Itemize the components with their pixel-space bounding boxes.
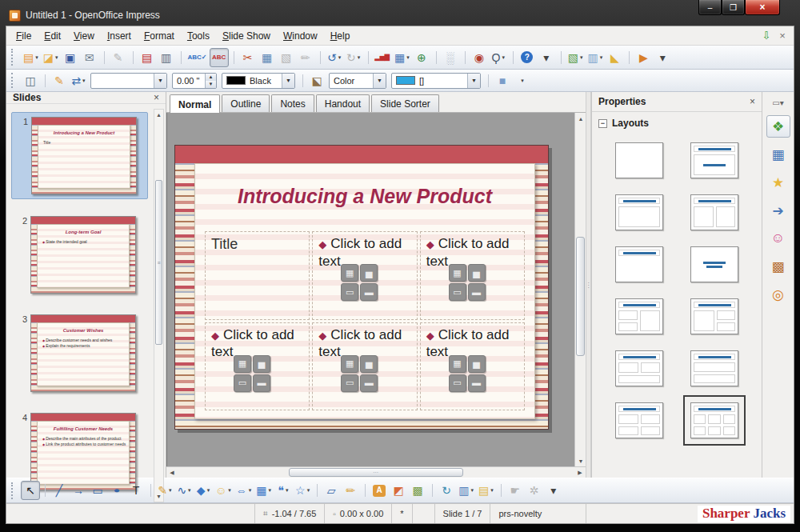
arrange-icon[interactable]: ▤▾ [476,481,496,500]
block-arrows-icon[interactable]: ⇔▾ [234,481,254,500]
shadow-icon[interactable]: ■ [493,71,512,90]
slide-thumbnail-3[interactable]: 3 Customer Wishes Describe customer need… [11,310,148,396]
table-icon[interactable]: ▦▾ [392,48,412,67]
rotate-icon[interactable]: ↻▾ [437,481,456,500]
content-placeholder[interactable]: ◆Click to add text ▦▅▭▬ [312,231,417,320]
from-file-icon[interactable]: ◩▾ [389,481,408,500]
properties-panel-close-icon[interactable]: × [750,96,755,107]
new-slide-icon[interactable]: ▧▾ [566,48,586,67]
line-toolbar-overflow-icon[interactable]: ▾ [512,71,531,90]
format-paintbrush-icon[interactable]: ✏▾ [296,48,315,67]
slide-number-indicator[interactable]: Slide 1 / 7 [434,504,490,523]
save-icon[interactable]: ▣▾ [61,48,80,67]
auto-spellcheck-icon[interactable]: ABC▾ [210,48,229,67]
line-color-select[interactable]: Black▼ [222,73,295,89]
draw-overflow-icon[interactable]: ▾▾ [544,481,563,500]
layout-2-content-and-content[interactable] [608,291,670,342]
gallery-icon[interactable]: ▩▾ [408,481,427,500]
rectangle-icon[interactable]: ▭▾ [88,481,107,500]
tab-notes[interactable]: Notes [271,94,314,112]
insert-object-icons[interactable]: ▦▅▭▬ [341,355,378,392]
content-placeholder[interactable]: ◆Click to add text ▦▅▭▬ [420,231,525,320]
help-icon[interactable]: ?▾ [518,48,537,67]
gallery-tab[interactable]: ▩ [766,255,790,278]
menu-file[interactable]: File [10,28,38,44]
connector-icon[interactable]: ∿▾ [174,481,194,500]
layout-title-slide[interactable] [683,135,746,186]
content-placeholder[interactable]: ◆Click to add text ▦▅▭▬ [312,322,417,411]
menu-window[interactable]: Window [277,28,324,44]
insert-object-icons[interactable]: ▦▅▭▬ [449,355,486,392]
panel-splitter[interactable]: ⋮ [586,92,591,478]
title-bar[interactable]: Untitled 1 - OpenOffice Impress – ❐ × [6,5,794,26]
menu-tools[interactable]: Tools [181,28,216,44]
fill-type-select[interactable]: Color▼ [329,73,386,89]
toolbar-overflow-icon[interactable]: ▾▾ [537,48,556,67]
slide-transition-tab[interactable]: ➔ [766,199,790,222]
insert-object-icons[interactable]: ▦▅▭▬ [449,264,486,301]
flowchart-icon[interactable]: ▦▾ [254,481,274,500]
slide-layout-icon[interactable]: ▥▾ [586,48,606,67]
arrow-style-icon[interactable]: ⇄▾ [69,71,88,90]
menu-help[interactable]: Help [324,28,357,44]
layout-title-only[interactable] [608,239,670,290]
layout-title-2-content[interactable] [683,187,746,238]
maximize-button[interactable]: ❐ [722,0,745,15]
paste-icon[interactable]: ▧▾ [277,48,296,67]
vertical-scrollbar[interactable]: ▲ ▼ [574,113,586,466]
layout-4-content[interactable] [608,395,670,446]
slide-editing-area[interactable]: Introducing a New Product Title ◆Click t… [174,145,549,430]
master-pages-tab[interactable]: ▦ [766,143,790,166]
fill-color-select[interactable]: []▼ [391,73,481,89]
outline-placeholder[interactable]: Title [205,231,310,320]
line-width-input[interactable]: 0.00 "▲▼ [172,73,217,89]
display-grid-icon[interactable]: ░▾ [441,48,460,67]
slides-panel-scrollbar[interactable]: ▲ ≡ ▼ [154,109,164,502]
menu-insert[interactable]: Insert [101,28,138,44]
toolbar-grip[interactable] [11,73,17,88]
menu-edit[interactable]: Edit [38,28,67,44]
slides-panel-close-icon[interactable]: × [154,92,159,103]
layout-content-over-content[interactable] [683,343,746,394]
menu-view[interactable]: View [67,28,101,44]
slide-thumbnail-1[interactable]: 1 Introducing a New Product Title [11,112,148,199]
layout-centered-text[interactable] [683,239,746,290]
arrow-icon[interactable]: →▾ [69,481,88,500]
email-icon[interactable]: ✉▾ [80,48,99,67]
slide-show-icon[interactable]: ▶▾ [634,48,653,67]
glue-points-icon[interactable]: ✏▾ [341,481,360,500]
interaction-icon[interactable]: ☛▾ [506,481,525,500]
styles-tab[interactable]: ☺ [766,227,790,250]
line-pen-icon[interactable]: ✎ [50,71,69,90]
spellcheck-icon[interactable]: ABC✓▾ [186,48,210,67]
custom-animation-tab[interactable]: ★ [766,171,790,194]
layout-blank[interactable] [608,135,670,186]
minimize-button[interactable]: – [698,0,722,15]
close-document-icon[interactable]: × [774,30,790,42]
copy-icon[interactable]: ▦▾ [258,48,277,67]
layout-2-content-over-content[interactable] [608,343,670,394]
tab-handout[interactable]: Handout [316,94,370,112]
select-icon[interactable]: ↖▾ [21,481,40,500]
callouts-icon[interactable]: ❝▾ [274,481,293,500]
print-icon[interactable]: ▥▾ [157,48,176,67]
slide-template-name[interactable]: prs-novelty [490,504,586,523]
slide-canvas[interactable]: Introducing a New Product Title ◆Click t… [166,113,574,466]
presentation-overflow-icon[interactable]: ▾▾ [653,48,672,67]
line-style-select[interactable]: ▼ [90,73,167,89]
tab-outline[interactable]: Outline [222,94,270,112]
hyperlink-icon[interactable]: ⊕▾ [412,48,431,67]
cut-icon[interactable]: ✂▾ [238,48,258,67]
layout-6-content[interactable] [683,395,746,446]
export-pdf-icon[interactable]: ▤▾ [138,48,157,67]
toolbar-grip[interactable] [11,49,17,65]
menu-format[interactable]: Format [138,28,181,44]
chart-icon[interactable]: ▂▅▇▾ [373,48,392,67]
fill-icon[interactable]: ⬕ [307,71,326,90]
alignment-icon[interactable]: ▥▾ [456,481,476,500]
menu-slide-show[interactable]: Slide Show [216,28,277,44]
close-button[interactable]: × [745,0,780,15]
tab-slide-sorter[interactable]: Slide Sorter [371,94,439,112]
update-available-icon[interactable]: ⇩ [758,30,774,42]
redo-icon[interactable]: ↻▾ [344,48,363,67]
